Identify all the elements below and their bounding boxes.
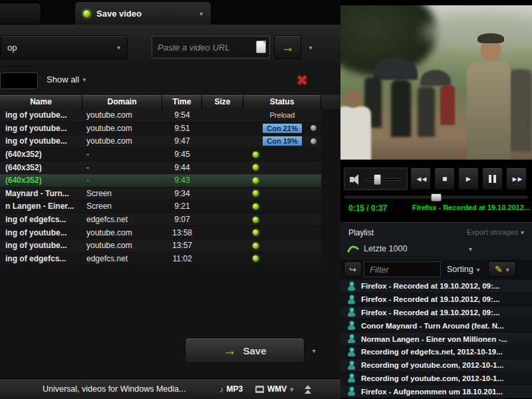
download-row[interactable]: ing of youtube...youtube.com9:47Con 19% xyxy=(0,135,321,148)
cell-status xyxy=(243,200,321,213)
now-playing-title: Firefox - Recorded at 19.10.2012... xyxy=(412,203,530,211)
cell-time: 9:44 xyxy=(162,161,202,174)
search-input[interactable] xyxy=(0,72,38,89)
show-all-dropdown[interactable]: Show all ▾ xyxy=(47,74,86,84)
cell-name: ing of youtube... xyxy=(0,122,82,135)
download-row[interactable]: ing of youtube...youtube.com9:54Preload xyxy=(0,109,321,122)
stop-button[interactable]: ■ xyxy=(434,168,455,190)
download-row[interactable]: n Langen - Einer...Screen9:21 xyxy=(0,200,321,213)
cell-domain: youtube.com xyxy=(82,109,162,122)
conversion-profile-dropdown[interactable]: Universal, videos for Windows Media... xyxy=(43,384,186,394)
chevron-down-icon[interactable]: ▾ xyxy=(200,10,203,17)
playlist-item[interactable]: Recording of youtube.com, 2012-10-1... xyxy=(340,372,532,386)
cell-name: ing of youtube... xyxy=(0,226,82,239)
chevron-down-icon: ▾ xyxy=(309,44,312,51)
video-scene-main-figure xyxy=(467,61,511,160)
pause-icon xyxy=(489,175,491,183)
column-header-name[interactable]: Name xyxy=(0,95,82,109)
playlist-item-label: Firefox - Recorded at 19.10.2012, 09:... xyxy=(361,309,499,317)
volume-track[interactable] xyxy=(366,178,400,181)
cell-status: Preload xyxy=(243,109,321,122)
save-options-dropdown[interactable]: ▾ xyxy=(307,344,321,356)
cell-size xyxy=(202,122,243,135)
playlist-item[interactable]: Conor Maynard - Turn Around (feat. N... xyxy=(340,319,532,332)
save-button[interactable]: → Save xyxy=(185,338,305,363)
playlist-selector[interactable]: Letzte 1000 ▾ xyxy=(347,241,525,256)
download-row[interactable]: (640x352)-9:43 xyxy=(0,174,321,188)
paste-icon[interactable] xyxy=(256,41,266,53)
column-header-size[interactable]: Size xyxy=(202,95,243,109)
playlist-item[interactable]: Firefox - Aufgenommen um 18.10.201... xyxy=(340,385,532,398)
music-note-icon: ♪ xyxy=(219,384,224,394)
playlist-item[interactable]: Firefox - Recorded at 19.10.2012, 09:... xyxy=(340,293,532,307)
playlist-item-label: Recording of edgefcs.net, 2012-10-19... xyxy=(361,348,503,356)
play-button[interactable]: ► xyxy=(458,168,479,190)
preview-icon[interactable] xyxy=(311,138,317,144)
export-storages-button[interactable]: Export storages ▾ xyxy=(467,228,524,236)
sorting-dropdown[interactable]: Sorting ▾ xyxy=(447,265,480,274)
volume-control[interactable] xyxy=(344,168,408,190)
save-arrow-icon: → xyxy=(223,344,236,357)
download-row[interactable]: ing of edgefcs...edgefcs.net9:07 xyxy=(0,213,321,227)
cell-name: ing of youtube... xyxy=(0,239,82,252)
tab-inactive[interactable] xyxy=(0,3,41,25)
destination-dropdown[interactable]: op ▾ xyxy=(0,35,128,59)
playlist-item[interactable]: Firefox - Recorded at 19.10.2012, 09:... xyxy=(340,280,532,293)
jump-to-current-button[interactable]: ↪ xyxy=(344,261,362,277)
download-row[interactable]: ing of youtube...youtube.com13:57 xyxy=(0,239,321,253)
video-scene-figure-head xyxy=(344,90,362,108)
column-header-status[interactable]: Status xyxy=(243,95,321,109)
progress-handle[interactable] xyxy=(431,194,442,201)
playlist-item[interactable]: Firefox - Recorded at 19.10.2012, 09:... xyxy=(340,307,532,320)
column-header-domain[interactable]: Domain xyxy=(82,95,162,109)
volume-handle[interactable] xyxy=(374,174,381,185)
playlist-item[interactable]: Recording of edgefcs.net, 2012-10-19... xyxy=(340,346,532,359)
save-button-label: Save xyxy=(243,345,266,356)
clear-list-button[interactable]: ✖ xyxy=(291,70,313,90)
chevron-down-icon: ▾ xyxy=(469,245,472,253)
rewind-button[interactable]: ◄◄ xyxy=(410,168,431,190)
status-led-icon xyxy=(253,152,259,158)
forward-button[interactable]: ►► xyxy=(506,168,527,190)
destination-label: op xyxy=(7,43,17,53)
video-preview[interactable] xyxy=(340,5,532,160)
cell-size xyxy=(202,109,243,122)
show-all-label: Show all xyxy=(47,74,79,84)
playlist-filter-input[interactable] xyxy=(364,261,441,277)
cell-domain: edgefcs.net xyxy=(82,253,162,265)
cell-name: (640x352) xyxy=(0,148,82,161)
chevron-down-icon: ▾ xyxy=(521,229,524,236)
download-options-dropdown[interactable]: ▾ xyxy=(303,41,318,54)
cell-time: 11:02 xyxy=(162,253,202,265)
download-row[interactable]: Maynard - Turn...Screen9:34 xyxy=(0,188,321,201)
film-icon xyxy=(255,386,264,393)
playlist-item-label: Firefox - Recorded at 19.10.2012, 09:... xyxy=(361,282,499,290)
edit-playlist-button[interactable]: ✎ ▾ xyxy=(488,261,516,277)
collapse-panel-button[interactable] xyxy=(299,381,317,398)
chevron-down-icon: ▾ xyxy=(117,44,120,51)
download-row[interactable]: ing of edgefcs...edgefcs.net11:02 xyxy=(0,253,321,266)
video-url-input[interactable] xyxy=(152,36,270,59)
download-row[interactable]: ing of youtube...youtube.com13:58 xyxy=(0,226,321,239)
cell-domain: youtube.com xyxy=(82,135,162,148)
download-row[interactable]: ing of youtube...youtube.com9:51Con 21% xyxy=(0,122,321,136)
pause-button[interactable] xyxy=(482,168,503,190)
seek-bar[interactable] xyxy=(344,195,529,200)
table-header-filler xyxy=(321,95,340,109)
playlist-name: Letzte 1000 xyxy=(364,244,407,253)
preview-icon[interactable] xyxy=(311,125,317,131)
tab-save-video[interactable]: Save video ▾ xyxy=(74,1,211,25)
cell-time: 13:58 xyxy=(162,226,202,239)
media-item-icon xyxy=(347,348,356,356)
playlist-item[interactable]: Recording of youtube.com, 2012-10-1... xyxy=(340,359,532,372)
cell-name: n Langen - Einer... xyxy=(0,200,82,213)
media-item-icon xyxy=(347,308,356,317)
video-format-dropdown[interactable]: WMV ▾ xyxy=(255,384,293,394)
column-header-time[interactable]: Time xyxy=(162,95,202,109)
start-download-button[interactable]: → xyxy=(274,35,301,59)
playlist-item[interactable]: Norman Langen - Einer von Millionen -... xyxy=(340,332,532,346)
cell-domain: - xyxy=(82,174,162,187)
audio-format-button[interactable]: ♪ MP3 xyxy=(219,384,243,394)
download-row[interactable]: (640x352)-9:45 xyxy=(0,148,321,162)
download-row[interactable]: (640x352)-9:44 xyxy=(0,161,321,174)
